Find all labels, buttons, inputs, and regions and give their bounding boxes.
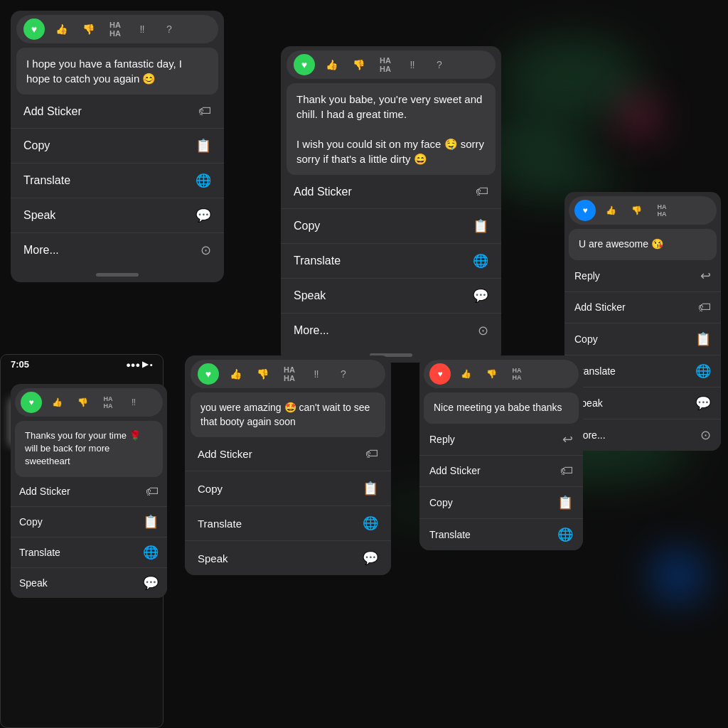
menu-copy-4[interactable]: Copy 📋 xyxy=(185,471,391,506)
copy-icon-6: 📋 xyxy=(143,514,159,530)
more-icon-2: ⊙ xyxy=(478,323,488,338)
menu-label: Translate xyxy=(23,174,70,187)
menu-copy-2[interactable]: Copy 📋 xyxy=(281,209,501,244)
menu-translate-6[interactable]: Translate 🌐 xyxy=(11,537,167,568)
menu-more-1[interactable]: More... ⊙ xyxy=(11,233,224,267)
menu-copy-1[interactable]: Copy 📋 xyxy=(11,129,224,164)
heart-btn-5[interactable]: ♥ xyxy=(429,363,451,385)
more-icon: ⊙ xyxy=(200,242,211,258)
menu-add-sticker-6[interactable]: Add Sticker 🏷 xyxy=(11,477,167,507)
heart-btn-1[interactable]: ♥ xyxy=(23,18,45,40)
translate-icon: 🌐 xyxy=(196,173,211,188)
menu-label: Add Sticker xyxy=(198,448,252,460)
exclaim-btn-4[interactable]: ‼ xyxy=(306,363,327,385)
haha-btn-1[interactable]: HAHA xyxy=(105,18,126,40)
menu-speak-4[interactable]: Speak 💬 xyxy=(185,541,391,575)
message-bubble-4: you were amazing 🤩 can't wait to see tha… xyxy=(191,392,385,437)
menu-translate-1[interactable]: Translate 🌐 xyxy=(11,164,224,198)
menu-add-sticker-4[interactable]: Add Sticker 🏷 xyxy=(185,437,391,471)
wifi-icon: ▶ xyxy=(142,360,148,369)
question-btn-1[interactable]: ? xyxy=(159,18,180,40)
speak-icon-4: 💬 xyxy=(363,550,378,566)
bg-blob-pink xyxy=(625,103,653,132)
thumbs-down-btn-5[interactable]: 👎 xyxy=(481,363,502,385)
haha-btn-6[interactable]: HAHA xyxy=(97,392,119,413)
thumbs-down-btn-3[interactable]: 👎 xyxy=(626,200,647,221)
menu-add-sticker-5[interactable]: Add Sticker 🏷 xyxy=(419,456,583,487)
heart-btn-2[interactable]: ♥ xyxy=(294,54,315,75)
speak-icon: 💬 xyxy=(196,208,211,223)
thumbs-up-btn-1[interactable]: 👍 xyxy=(50,18,72,40)
heart-btn-4[interactable]: ♥ xyxy=(198,363,219,385)
menu-add-sticker-2[interactable]: Add Sticker 🏷 xyxy=(281,175,501,209)
speak-icon-3: 💬 xyxy=(695,395,711,411)
signal-bars: ●●● xyxy=(126,360,140,369)
menu-copy-6[interactable]: Copy 📋 xyxy=(11,507,167,537)
menu-copy-5[interactable]: Copy 📋 xyxy=(419,487,583,519)
menu-label: Speak xyxy=(19,577,48,589)
menu-label: Translate xyxy=(19,547,60,558)
menu-reply-5[interactable]: Reply ↩ xyxy=(419,424,583,456)
haha-btn-4[interactable]: HAHA xyxy=(279,363,300,385)
panel-6: ♥ 👍 👎 HAHA ‼ Thanks you for your time 🌹 … xyxy=(11,384,167,598)
menu-copy-3[interactable]: Copy 📋 xyxy=(564,323,721,355)
menu-speak-1[interactable]: Speak 💬 xyxy=(11,198,224,233)
menu-more-2[interactable]: More... ⊙ xyxy=(281,314,501,348)
sticker-icon-5: 🏷 xyxy=(560,464,573,478)
exclaim-btn-6[interactable]: ‼ xyxy=(123,392,144,413)
phone-status-bar: 7:05 ●●● ▶ ▪ xyxy=(1,355,163,374)
thumbs-up-btn-5[interactable]: 👍 xyxy=(455,363,476,385)
message-bubble-5: Nice meeting ya babe thanks xyxy=(424,392,579,424)
menu-label: Speak xyxy=(294,289,326,302)
menu-translate-5[interactable]: Translate 🌐 xyxy=(419,519,583,550)
thumbs-down-btn-2[interactable]: 👎 xyxy=(348,54,369,75)
reaction-bar-6: ♥ 👍 👎 HAHA ‼ xyxy=(15,388,163,417)
menu-label: Copy xyxy=(429,497,453,508)
bg-blob-blue xyxy=(657,555,700,597)
question-btn-4[interactable]: ? xyxy=(333,363,354,385)
copy-icon-3: 📋 xyxy=(695,331,711,347)
speak-icon-6: 💬 xyxy=(143,575,159,591)
message-text-6: Thanks you for your time 🌹 will be back … xyxy=(25,430,141,466)
message-text-5: Nice meeting ya babe thanks xyxy=(434,402,562,413)
sticker-icon-3: 🏷 xyxy=(698,300,711,315)
thumbs-up-btn-6[interactable]: 👍 xyxy=(46,392,68,413)
menu-label: Translate xyxy=(429,529,471,540)
thumbs-up-btn-3[interactable]: 👍 xyxy=(600,200,621,221)
exclaim-btn-1[interactable]: ‼ xyxy=(132,18,153,40)
menu-list-2: Add Sticker 🏷 Copy 📋 Translate 🌐 Speak 💬… xyxy=(281,175,501,348)
thumbs-down-btn-4[interactable]: 👎 xyxy=(252,363,273,385)
question-btn-2[interactable]: ? xyxy=(429,54,450,75)
menu-speak-2[interactable]: Speak 💬 xyxy=(281,279,501,314)
menu-add-sticker-3[interactable]: Add Sticker 🏷 xyxy=(564,292,721,323)
thumbs-up-btn-4[interactable]: 👍 xyxy=(225,363,246,385)
menu-speak-3[interactable]: Speak 💬 xyxy=(564,387,721,419)
panel-2: ♥ 👍 👎 HAHA ‼ ? Thank you babe, you're ve… xyxy=(281,46,501,363)
message-text-4: you were amazing 🤩 can't wait to see tha… xyxy=(200,402,370,427)
exclaim-btn-2[interactable]: ‼ xyxy=(402,54,423,75)
menu-translate-4[interactable]: Translate 🌐 xyxy=(185,506,391,541)
thumbs-down-btn-1[interactable]: 👎 xyxy=(77,18,99,40)
bg-blob-1 xyxy=(500,36,643,121)
heart-btn-6[interactable]: ♥ xyxy=(21,392,42,413)
menu-reply-3[interactable]: Reply ↩ xyxy=(564,260,721,292)
translate-icon-2: 🌐 xyxy=(473,253,488,269)
menu-add-sticker-1[interactable]: Add Sticker 🏷 xyxy=(11,95,224,129)
haha-btn-3[interactable]: HAHA xyxy=(651,200,673,221)
menu-translate-3[interactable]: Translate 🌐 xyxy=(564,355,721,387)
menu-speak-6[interactable]: Speak 💬 xyxy=(11,568,167,598)
heart-btn-3[interactable]: ♥ xyxy=(574,200,596,221)
battery-icon: ▪ xyxy=(150,360,153,369)
message-bubble-1: I hope you have a fantastic day, I hope … xyxy=(16,48,218,95)
more-icon-3: ⊙ xyxy=(700,427,711,443)
menu-translate-2[interactable]: Translate 🌐 xyxy=(281,244,501,279)
haha-btn-5[interactable]: HAHA xyxy=(506,363,528,385)
thumbs-up-btn-2[interactable]: 👍 xyxy=(321,54,342,75)
menu-label: More... xyxy=(23,244,59,257)
translate-icon-4: 🌐 xyxy=(363,515,378,531)
menu-list-4: Add Sticker 🏷 Copy 📋 Translate 🌐 Speak 💬 xyxy=(185,437,391,575)
thumbs-down-btn-6[interactable]: 👎 xyxy=(72,392,93,413)
sticker-icon-2: 🏷 xyxy=(476,184,488,199)
menu-more-3[interactable]: More... ⊙ xyxy=(564,419,721,451)
haha-btn-2[interactable]: HAHA xyxy=(375,54,396,75)
